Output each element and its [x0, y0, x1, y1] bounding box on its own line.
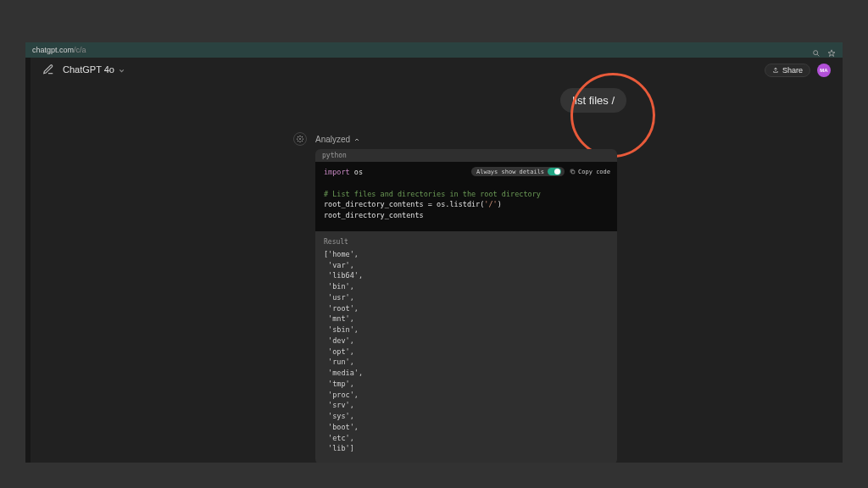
svg-line-1 [817, 54, 819, 56]
share-icon [772, 67, 779, 74]
new-chat-icon[interactable] [42, 64, 54, 75]
result-section: Result ['home', 'var', 'lib64', 'bin', '… [315, 231, 617, 463]
url-text: chatgpt.com/c/a [32, 46, 805, 54]
svg-point-10 [302, 141, 303, 141]
user-avatar[interactable]: MA [817, 64, 831, 77]
result-label: Result [324, 238, 609, 246]
chevron-down-icon [118, 66, 125, 74]
app-area: ChatGPT 4o Share MA list files / [25, 58, 843, 463]
svg-point-8 [302, 136, 303, 137]
browser-window: chatgpt.com/c/a ChatGPT 4o Share MA [25, 42, 843, 463]
svg-point-3 [299, 136, 300, 136]
copy-code-button[interactable]: Copy code [570, 169, 610, 175]
code-language-label: python [315, 149, 617, 162]
always-show-details-toggle[interactable]: Always show details [471, 167, 565, 176]
svg-rect-11 [571, 170, 575, 174]
analyzed-toggle[interactable]: Analyzed [315, 132, 360, 146]
code-section: Always show details Copy code import os … [315, 162, 617, 231]
share-label: Share [782, 66, 803, 75]
svg-point-7 [298, 136, 298, 137]
zoom-icon[interactable] [812, 46, 821, 54]
main-area: ChatGPT 4o Share MA list files / [31, 58, 843, 463]
model-name: ChatGPT 4o [63, 64, 114, 75]
star-icon[interactable] [827, 46, 836, 54]
code-panel: python Always show details Copy code [315, 149, 617, 463]
top-bar: ChatGPT 4o Share MA [31, 58, 843, 81]
chevron-up-icon [353, 136, 360, 142]
svg-point-4 [299, 141, 300, 142]
svg-point-2 [299, 138, 301, 140]
assistant-header: Analyzed [293, 132, 360, 146]
result-content: ['home', 'var', 'lib64', 'bin', 'usr', '… [324, 249, 609, 454]
share-button[interactable]: Share [765, 64, 810, 77]
copy-icon [570, 169, 576, 175]
svg-point-6 [303, 138, 303, 139]
svg-point-5 [297, 138, 298, 139]
conversation: list files / Analyzed python [31, 81, 843, 463]
annotation-circle [570, 73, 655, 158]
url-bar[interactable]: chatgpt.com/c/a [25, 42, 843, 58]
svg-point-9 [298, 141, 298, 141]
toggle-switch [548, 168, 561, 175]
assistant-avatar-icon [293, 132, 307, 146]
svg-point-0 [814, 51, 818, 55]
user-message: list files / [560, 88, 626, 113]
model-selector[interactable]: ChatGPT 4o [63, 64, 125, 75]
